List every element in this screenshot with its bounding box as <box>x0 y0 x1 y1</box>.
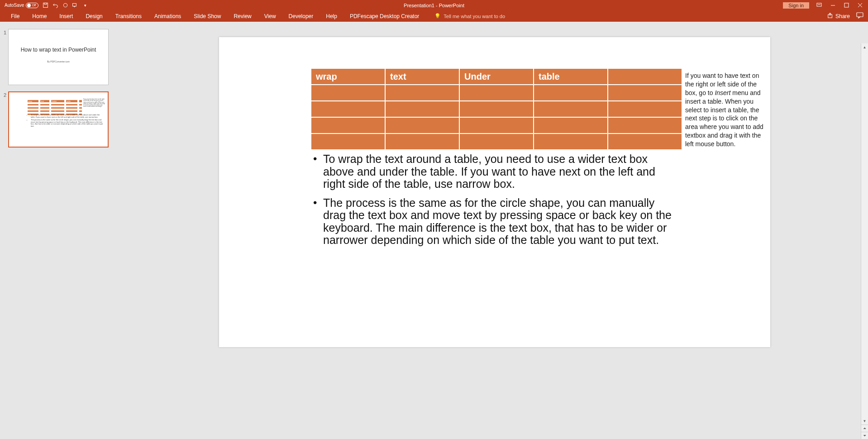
slide-number: 1 <box>2 29 8 35</box>
tab-help[interactable]: Help <box>320 11 343 21</box>
undo-icon[interactable] <box>52 2 58 9</box>
table-header[interactable]: text <box>386 69 459 84</box>
tab-pdfescape[interactable]: PDFescape Desktop Creator <box>343 11 425 21</box>
start-from-beginning-icon[interactable] <box>72 2 78 9</box>
tab-transitions[interactable]: Transitions <box>109 11 148 21</box>
slide-canvas[interactable]: wrap text Under table If you want to hav… <box>219 37 770 347</box>
tab-file[interactable]: File <box>5 11 26 21</box>
save-icon[interactable] <box>42 2 48 9</box>
bullet-textbox[interactable]: To wrap the text around a table, you nee… <box>313 153 675 253</box>
table-cell[interactable] <box>311 134 385 149</box>
vertical-scrollbar[interactable]: ▲ ▼ ⏶ ⏷ <box>861 43 868 439</box>
tab-home[interactable]: Home <box>26 11 53 21</box>
bullet-item: The process is the same as for the circl… <box>313 197 675 247</box>
tab-view[interactable]: View <box>258 11 282 21</box>
table-cell[interactable] <box>534 118 607 133</box>
table-cell[interactable] <box>386 85 459 100</box>
tab-slideshow[interactable]: Slide Show <box>187 11 227 21</box>
comments-icon[interactable] <box>856 12 863 20</box>
tab-design[interactable]: Design <box>79 11 109 21</box>
svg-rect-1 <box>44 3 47 5</box>
title-bar: AutoSave Off ▾ Presentation1 - PowerPoin… <box>0 0 868 10</box>
ribbon-display-icon[interactable] <box>816 2 823 9</box>
bullet-item: To wrap the text around a table, you nee… <box>313 153 675 191</box>
tell-me-label: Tell me what you want to do <box>444 14 505 19</box>
share-button[interactable]: Share <box>827 12 850 20</box>
tell-me-search[interactable]: 💡 Tell me what you want to do <box>434 13 505 19</box>
tab-review[interactable]: Review <box>227 11 258 21</box>
svg-point-2 <box>63 3 67 7</box>
thumb-sidetext: If you want to have text on the right or… <box>83 99 106 108</box>
tab-animations[interactable]: Animations <box>148 11 187 21</box>
next-slide-icon[interactable]: ⏷ <box>861 432 868 439</box>
autosave-toggle[interactable]: AutoSave Off <box>5 3 38 8</box>
thumb-bullets: To wrap the text around a table, you nee… <box>28 114 103 129</box>
table-cell[interactable] <box>608 85 682 100</box>
prev-slide-icon[interactable]: ⏶ <box>861 425 868 432</box>
slide-thumbnail-2[interactable]: wraptextUndertable If you want to have t… <box>8 91 109 148</box>
table-cell[interactable] <box>608 134 682 149</box>
table-cell[interactable] <box>460 134 533 149</box>
redo-icon[interactable] <box>62 2 68 9</box>
tab-insert[interactable]: Insert <box>53 11 79 21</box>
slide-thumbnail-panel[interactable]: 1 How to wrap text in PowerPoint By PDFC… <box>0 22 121 439</box>
close-icon[interactable] <box>856 2 863 9</box>
slide-number: 2 <box>2 91 8 98</box>
slide-table[interactable]: wrap text Under table <box>310 68 682 150</box>
autosave-label: AutoSave <box>5 3 24 8</box>
table-cell[interactable] <box>386 101 459 117</box>
table-cell[interactable] <box>386 118 459 133</box>
svg-rect-3 <box>73 4 76 6</box>
table-header[interactable]: wrap <box>311 69 385 84</box>
window-title: Presentation1 - PowerPoint <box>404 3 464 8</box>
scroll-up-icon[interactable]: ▲ <box>861 43 868 51</box>
table-cell[interactable] <box>386 134 459 149</box>
table-cell[interactable] <box>534 85 607 100</box>
side-text-italic: Insert <box>715 89 730 96</box>
table-header[interactable]: Under <box>460 69 533 84</box>
table-header[interactable] <box>608 69 682 84</box>
svg-rect-0 <box>43 3 48 8</box>
slide-editor[interactable]: wrap text Under table If you want to hav… <box>121 22 868 439</box>
table-cell[interactable] <box>311 118 385 133</box>
table-cell[interactable] <box>311 85 385 100</box>
svg-rect-10 <box>857 13 863 17</box>
table-cell[interactable] <box>460 85 533 100</box>
table-cell[interactable] <box>534 134 607 149</box>
qat-customize-icon[interactable]: ▾ <box>82 2 88 9</box>
side-text-post: menu and insert a table. When you select… <box>685 89 763 148</box>
ribbon-tabs: File Home Insert Design Transitions Anim… <box>0 10 868 22</box>
table-cell[interactable] <box>311 101 385 117</box>
share-icon <box>827 12 834 20</box>
thumb-title: How to wrap text in PowerPoint <box>9 47 108 53</box>
table-header[interactable]: table <box>534 69 607 84</box>
signin-button[interactable]: Sign in <box>783 2 809 9</box>
side-textbox[interactable]: If you want to have text on the right or… <box>685 72 766 148</box>
table-cell[interactable] <box>534 101 607 117</box>
svg-rect-6 <box>844 3 849 7</box>
tab-developer[interactable]: Developer <box>282 11 320 21</box>
table-cell[interactable] <box>460 101 533 117</box>
table-cell[interactable] <box>608 101 682 117</box>
slide-thumbnail-1[interactable]: How to wrap text in PowerPoint By PDFCon… <box>8 29 109 85</box>
scroll-down-icon[interactable]: ▼ <box>861 417 868 425</box>
lightbulb-icon: 💡 <box>434 13 441 19</box>
minimize-icon[interactable] <box>829 2 836 9</box>
share-label: Share <box>835 13 850 19</box>
maximize-icon[interactable] <box>843 2 850 9</box>
thumb-subtitle: By PDFConverter.com <box>9 60 108 63</box>
table-cell[interactable] <box>608 118 682 133</box>
table-cell[interactable] <box>460 118 533 133</box>
